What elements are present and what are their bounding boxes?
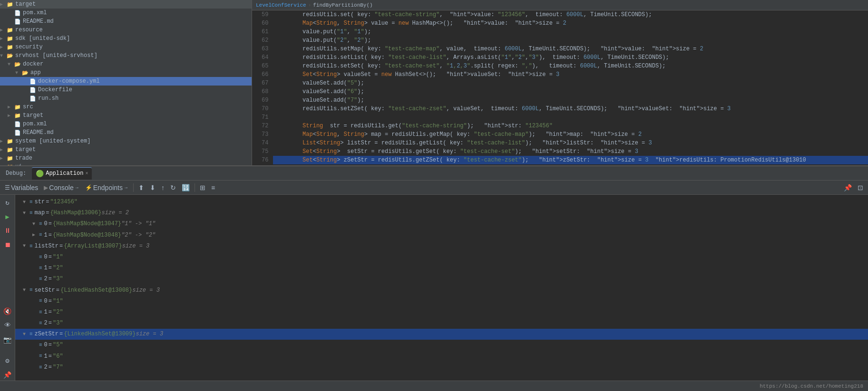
variable-row[interactable]: ≡0 = "1" xyxy=(15,252,868,263)
var-icon: ≡ xyxy=(39,220,42,229)
variable-row[interactable]: ≡1 = "6" xyxy=(15,351,868,362)
line-code: redisUtils.setMap( key: "test-cache-map"… xyxy=(273,45,868,53)
expand-button[interactable]: ⊡ xyxy=(856,183,865,192)
tree-item[interactable]: 📄pom.xml xyxy=(0,120,252,128)
application-tab[interactable]: 🟢 Application × xyxy=(32,167,92,180)
var-value: {LinkedHashSet@13009} xyxy=(64,330,136,339)
code-line: 75 Set<String> setStr = redisUtils.getSe… xyxy=(252,147,868,156)
step-out-button[interactable]: ↑ xyxy=(159,183,166,192)
var-expand-arrow[interactable]: ▶ xyxy=(32,231,39,239)
tree-item[interactable]: 📄docker-compose.yml xyxy=(0,77,252,86)
application-tab-close[interactable]: × xyxy=(85,171,88,176)
var-expand-arrow[interactable]: ▼ xyxy=(23,199,29,206)
code-line: 65 redisUtils.setSet( key: "test-cache-s… xyxy=(252,62,868,70)
debug-pause-icon[interactable]: ⏸ xyxy=(2,225,13,237)
step-over-button[interactable]: ⬆ xyxy=(137,183,146,192)
tree-item[interactable]: ▼📂srvhost [united-srvhost] xyxy=(0,51,252,60)
tree-item[interactable]: ▶📁target xyxy=(0,111,252,120)
tree-item[interactable]: 📄run.sh xyxy=(0,94,252,103)
evaluate-button[interactable]: 🔢 xyxy=(180,183,192,192)
debug-mute-icon[interactable]: 🔇 xyxy=(2,305,13,317)
tree-item[interactable]: ▶📁system [united-system] xyxy=(0,137,252,145)
file-icon: 📁 xyxy=(14,104,21,110)
tree-item[interactable]: ▶📁target xyxy=(0,0,252,9)
endpoints-button[interactable]: ⚡ Endpoints → xyxy=(83,183,130,192)
var-expand-arrow[interactable]: ▼ xyxy=(23,286,29,294)
debug-pin2-icon[interactable]: 📌 xyxy=(2,369,13,381)
var-icon: ≡ xyxy=(39,253,42,262)
var-expand-arrow[interactable]: ▼ xyxy=(32,220,39,228)
breadcrumb-method[interactable]: findByPartitionBy() xyxy=(313,2,372,8)
tree-item[interactable]: ▼📂app xyxy=(0,68,252,77)
var-equals: = xyxy=(46,198,49,207)
run-to-cursor-button[interactable]: ↻ xyxy=(168,183,178,192)
var-name: 1 xyxy=(44,352,48,361)
line-code: List<String> listStr = redisUtils.getLis… xyxy=(273,139,868,147)
var-expand-arrow[interactable]: ▼ xyxy=(23,331,29,338)
var-expand-arrow[interactable]: ▼ xyxy=(23,242,29,250)
tree-item[interactable]: 📄Dockerfile xyxy=(0,86,252,94)
line-number: 73 xyxy=(252,130,273,139)
variable-row[interactable]: ≡2 = "3" xyxy=(15,274,868,285)
variable-row[interactable]: ≡1 = "2" xyxy=(15,307,868,318)
variable-row[interactable]: ▼≡zSetStr = {LinkedHashSet@13009} size =… xyxy=(15,329,868,340)
variable-row[interactable]: ▼≡str = "123456" xyxy=(15,197,868,208)
file-icon: 📄 xyxy=(14,19,21,25)
variables-panel[interactable]: ▼≡str = "123456"▼≡map = {HashMap@13006} … xyxy=(15,195,868,381)
variable-row[interactable]: ▼≡listStr = {ArrayList@13007} size = 3 xyxy=(15,241,868,252)
variable-row[interactable]: ≡2 = "7" xyxy=(15,362,868,373)
tree-item[interactable]: ▼📂docker xyxy=(0,60,252,68)
line-number: 67 xyxy=(252,79,273,87)
var-hint: size = 3 xyxy=(136,330,163,339)
pin-button[interactable]: 📌 xyxy=(842,183,854,192)
debug-left-sidebar: ↻ ▶ ⏸ ⏹ 🔇 👁 📷 ⚙ 📌 xyxy=(0,195,15,381)
debug-resume-icon[interactable]: ▶ xyxy=(2,211,13,222)
endpoints-label: Endpoints xyxy=(93,184,123,191)
line-code: Set<String> setStr = redisUtils.getSet( … xyxy=(273,147,868,156)
variable-row[interactable]: ≡0 = "1" xyxy=(15,296,868,307)
variable-row[interactable]: ▼≡0 = {HashMap$Node@13047} "1" -> "1" xyxy=(15,219,868,229)
var-hint: "2" -> "2" xyxy=(121,231,156,240)
debug-view-icon[interactable]: 👁 xyxy=(2,320,13,331)
variable-row[interactable]: ≡1 = "2" xyxy=(15,263,868,274)
var-value: {LinkedHashSet@13008} xyxy=(60,286,132,295)
variable-row[interactable]: ≡0 = "5" xyxy=(15,340,868,351)
debug-restart-icon[interactable]: ↻ xyxy=(2,197,13,208)
tree-item[interactable]: ▶📁resource xyxy=(0,26,252,34)
file-tree[interactable]: ▶📁target📄pom.xml📄README.md▶📁resource▶📁sd… xyxy=(0,0,252,165)
tree-item[interactable]: ▶📁target xyxy=(0,145,252,154)
variable-row[interactable]: ▼≡map = {HashMap@13006} size = 2 xyxy=(15,208,868,219)
tree-item[interactable]: ▶📁security xyxy=(0,43,252,51)
var-equals: = xyxy=(49,231,52,240)
debug-stop-icon[interactable]: ⏹ xyxy=(2,239,13,251)
tree-item[interactable]: 📄README.md xyxy=(0,128,252,137)
debug-camera-icon[interactable]: 📷 xyxy=(2,334,13,345)
var-equals: = xyxy=(46,209,49,218)
line-code xyxy=(273,113,868,122)
tree-label: docker xyxy=(23,61,43,67)
variable-row[interactable]: ≡2 = "3" xyxy=(15,318,868,329)
tree-item[interactable]: ▶📁sdk [united-sdk] xyxy=(0,34,252,43)
var-expand-arrow[interactable]: ▼ xyxy=(23,210,29,217)
variable-row[interactable]: ▼≡setStr = {LinkedHashSet@13008} size = … xyxy=(15,285,868,296)
code-line: 60 Map<String, String> value = new HashM… xyxy=(252,19,868,28)
settings-button[interactable]: ≡ xyxy=(209,183,217,192)
line-number: 65 xyxy=(252,62,273,70)
tree-item[interactable]: 📄pom.xml xyxy=(0,9,252,17)
restore-layout-button[interactable]: ⊞ xyxy=(198,183,207,192)
var-icon: ≡ xyxy=(39,319,42,328)
console-button[interactable]: ▶ Console → xyxy=(42,183,81,192)
var-value: {HashMap$Node@13048} xyxy=(53,231,121,240)
tree-label: sdk [united-sdk] xyxy=(15,35,70,42)
var-equals: = xyxy=(49,363,52,372)
tree-label: target xyxy=(23,112,43,119)
variables-button[interactable]: ☰ Variables xyxy=(3,183,40,192)
var-equals: = xyxy=(56,286,59,295)
tree-item[interactable]: 📄README.md xyxy=(0,17,252,26)
tree-item[interactable]: ▶📁trade xyxy=(0,154,252,162)
debug-gear-icon[interactable]: ⚙ xyxy=(2,355,13,366)
step-into-button[interactable]: ⬇ xyxy=(148,183,157,192)
tree-item[interactable]: ▶📁src xyxy=(0,103,252,111)
variable-row[interactable]: ▶≡1 = {HashMap$Node@13048} "2" -> "2" xyxy=(15,230,868,241)
breadcrumb-service[interactable]: LevelConfService xyxy=(256,2,306,8)
